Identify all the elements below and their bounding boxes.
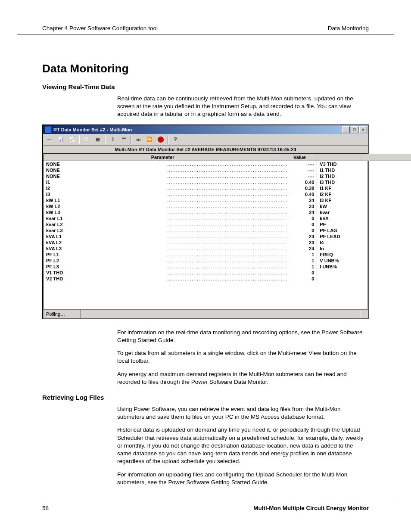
- param-cell: kvar L1: [46, 215, 166, 221]
- param-cell: kW L1: [46, 197, 166, 203]
- table-row: kVA L124: [44, 233, 317, 240]
- param-cell: kVA L1: [46, 233, 166, 240]
- col-header-value: Value: [282, 154, 317, 161]
- paragraph: For information on uploading files and c…: [117, 471, 364, 486]
- running-footer: 58 Multi-Mon Multiple Circuit Energy Mon…: [17, 502, 394, 511]
- footer-title: Multi-Mon Multiple Circuit Energy Monito…: [253, 505, 369, 511]
- forward-icon[interactable]: ⏩: [144, 135, 155, 144]
- table-row: I2 THD0: [317, 173, 411, 179]
- titlebar[interactable]: RT Data Monitor Set #2 - Multi-Mon _ □ ×: [43, 125, 368, 134]
- param-cell: kVA L2: [46, 240, 166, 246]
- table-row: I2 KF0: [317, 191, 411, 197]
- value-cell: 0: [288, 276, 314, 282]
- header-right: Data Monitoring: [328, 25, 369, 31]
- table-row: I30.40: [44, 191, 317, 197]
- app-icon: [45, 126, 52, 133]
- col-header-parameter: Parameter: [44, 154, 282, 161]
- param-cell: I1: [46, 179, 166, 185]
- paragraph: Any energy and maximum demand registers …: [117, 370, 364, 386]
- value-cell: 0: [288, 221, 314, 227]
- param-cell: PF L3: [46, 264, 166, 270]
- section-heading-viewing: Viewing Real-Time Data: [42, 83, 369, 90]
- value-cell: 24: [288, 197, 314, 203]
- table-row: PF L21: [44, 258, 317, 264]
- table-row: kW71: [317, 203, 411, 209]
- table-row: kvar L20: [44, 221, 317, 227]
- value-cell: 23: [288, 203, 314, 209]
- table-row: V UNB%0: [317, 258, 411, 264]
- maximize-button[interactable]: □: [351, 126, 358, 133]
- window-title: RT Data Monitor Set #2 - Multi-Mon: [53, 127, 132, 132]
- table-row: PF LAG1: [317, 227, 411, 233]
- app-window: RT Data Monitor Set #2 - Multi-Mon _ □ ×…: [42, 124, 369, 319]
- stop-icon[interactable]: [156, 135, 166, 144]
- help-icon[interactable]: ?: [170, 135, 181, 144]
- table-row: kW L324: [44, 209, 317, 215]
- param-cell: I2 THD: [320, 173, 411, 179]
- minimize-button[interactable]: _: [342, 126, 350, 133]
- paragraph: Using Power Software, you can retrieve t…: [117, 405, 364, 421]
- param-cell: PF L1: [46, 252, 166, 258]
- param-cell: In: [320, 246, 411, 252]
- param-cell: PF LEAD: [320, 233, 411, 240]
- table-row: I1 THD0: [317, 167, 411, 173]
- paragraph: For information on the real-time data mo…: [117, 329, 364, 344]
- param-cell: NONE: [46, 167, 166, 173]
- running-header: Chapter 4 Power Software Configuration t…: [17, 25, 394, 34]
- param-cell: kW L2: [46, 203, 166, 209]
- param-cell: V UNB%: [320, 258, 411, 264]
- value-cell: ----: [288, 161, 314, 167]
- value-cell: 23: [288, 240, 314, 246]
- param-cell: kVA L3: [46, 246, 166, 252]
- heart-icon[interactable]: 🤍: [81, 135, 92, 144]
- table-row: I UNB%3.4: [317, 264, 411, 270]
- param-cell: I2 KF: [320, 191, 411, 197]
- table-row: PF L11: [44, 252, 317, 258]
- value-cell: 1: [288, 252, 314, 258]
- table-row: kVA L324: [44, 246, 317, 252]
- page-number: 58: [42, 505, 49, 511]
- table-row: I1 KF0: [317, 185, 411, 191]
- table-row: kvar0: [317, 209, 411, 215]
- table-row: I3 THD0: [317, 179, 411, 185]
- table-row: NONE----: [44, 173, 317, 179]
- table-row: NONE----: [44, 161, 317, 167]
- param-cell: PF: [320, 221, 411, 227]
- param-cell: I2: [46, 185, 166, 191]
- table-row: kVA L223: [44, 240, 317, 246]
- param-cell: V1 THD: [46, 270, 166, 276]
- open-window-icon[interactable]: 🗔: [118, 135, 129, 144]
- barchart-icon[interactable]: 📊: [56, 135, 66, 144]
- trend-icon[interactable]: 📈: [67, 135, 77, 144]
- updown-icon[interactable]: ⇕: [107, 135, 118, 144]
- table-row: kW L124: [44, 197, 317, 203]
- param-cell: FREQ: [320, 252, 411, 258]
- data-grid: Parameter Value NONE----NONE----NONE----…: [43, 153, 368, 309]
- value-cell: 0.40: [288, 191, 314, 197]
- param-cell: V2 THD: [46, 276, 166, 282]
- param-cell: I3: [46, 191, 166, 197]
- fast-forward-icon[interactable]: ⏭: [133, 135, 143, 144]
- table-row: I10.40: [44, 179, 317, 185]
- data-column-left: Parameter Value NONE----NONE----NONE----…: [44, 154, 317, 282]
- table-row: PF LEAD1: [317, 233, 411, 240]
- table-row: I20.38: [44, 185, 317, 191]
- table-row: kW L223: [44, 203, 317, 209]
- page-title: Data Monitoring: [42, 62, 369, 75]
- param-cell: I3 THD: [320, 179, 411, 185]
- paragraph: Real-time data can be continuously retri…: [117, 95, 364, 118]
- multimeter-view-icon[interactable]: ▦: [93, 135, 103, 144]
- table-row: NONE----: [44, 167, 317, 173]
- value-cell: 24: [288, 209, 314, 215]
- close-button[interactable]: ×: [359, 126, 367, 133]
- paragraph: Historical data is uploaded on demand an…: [117, 426, 364, 465]
- resize-grip-icon[interactable]: [361, 310, 368, 318]
- status-text: Polling…: [43, 310, 80, 318]
- param-cell: kvar: [320, 209, 411, 215]
- table-row: FREQ50.09: [317, 252, 411, 258]
- waveform-icon[interactable]: 〰: [44, 135, 55, 144]
- table-row: kvar L30: [44, 227, 317, 233]
- param-cell: I UNB%: [320, 264, 411, 270]
- col-header-parameter: Parameter: [317, 154, 411, 161]
- value-cell: 0: [288, 270, 314, 276]
